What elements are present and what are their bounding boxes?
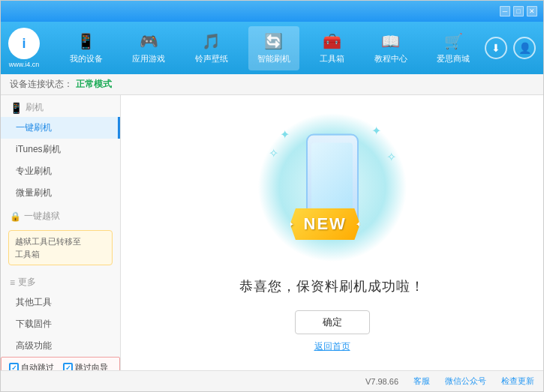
window-controls: ─ □ ✕ — [500, 6, 537, 16]
logo-url: www.i4.cn — [9, 61, 40, 68]
sparkle-3: ✧ — [269, 146, 278, 160]
nav-label-mall: 爱思商城 — [437, 53, 470, 64]
sidebar-item-other-tools[interactable]: 其他工具 — [1, 292, 120, 313]
auto-jump-box[interactable] — [9, 363, 19, 370]
nav-label-tutorial: 教程中心 — [374, 53, 407, 64]
status-bar: 设备连接状态： 正常模式 — [1, 74, 543, 95]
customer-service-link[interactable]: 客服 — [413, 376, 430, 387]
nav-label-apps-games: 应用游戏 — [132, 53, 165, 64]
logo-area: i www.i4.cn — [8, 28, 40, 68]
skip-wizard-box[interactable] — [63, 363, 73, 370]
top-nav: i www.i4.cn 📱 我的设备 🎮 应用游戏 🎵 铃声壁纸 🔄 智能刷机 … — [1, 22, 543, 74]
success-message: 恭喜您，保资料刷机成功啦！ — [239, 277, 425, 295]
title-bar: ─ □ ✕ — [1, 1, 543, 22]
sidebar-item-pro-flash[interactable]: 专业刷机 — [1, 160, 120, 182]
phone-screen — [311, 143, 353, 211]
wechat-link[interactable]: 微信公众号 — [445, 376, 486, 387]
check-update-link[interactable]: 检查更新 — [501, 376, 534, 387]
micro-flash-label: 微量刷机 — [16, 187, 52, 198]
nav-item-apps-games[interactable]: 🎮 应用游戏 — [123, 26, 174, 70]
status-value: 正常模式 — [76, 78, 112, 91]
nav-right-buttons: ⬇ 👤 — [485, 37, 536, 59]
sidebar-item-itunes-flash[interactable]: iTunes刷机 — [1, 139, 120, 160]
user-button[interactable]: 👤 — [513, 37, 536, 59]
tutorial-icon: 📖 — [381, 32, 400, 50]
one-key-flash-label: 一键刷机 — [16, 122, 52, 133]
skip-wizard-checkbox[interactable]: 跳过向导 — [63, 362, 108, 370]
sparkle-1: ✦ — [280, 127, 290, 142]
sidebar-note: 越狱工具已转移至 工具箱 — [8, 230, 113, 265]
nav-item-toolbox[interactable]: 🧰 工具箱 — [311, 26, 353, 70]
sidebar-item-advanced[interactable]: 高级功能 — [1, 335, 120, 357]
other-tools-label: 其他工具 — [16, 297, 52, 307]
sidebar-note-text: 越狱工具已转移至 工具箱 — [15, 237, 81, 259]
pro-flash-label: 专业刷机 — [16, 166, 52, 176]
sidebar-section-flash: 📱 刷机 — [1, 95, 120, 117]
ringtone-icon: 🎵 — [202, 32, 221, 50]
close-button[interactable]: ✕ — [527, 6, 537, 16]
new-badge-text: NEW — [304, 214, 347, 233]
mall-icon: 🛒 — [444, 32, 463, 50]
nav-label-ringtone: 铃声壁纸 — [195, 53, 228, 64]
advanced-label: 高级功能 — [16, 340, 52, 351]
nav-item-my-device[interactable]: 📱 我的设备 — [61, 26, 112, 70]
version-number: V7.98.66 — [365, 377, 398, 386]
nav-items: 📱 我的设备 🎮 应用游戏 🎵 铃声壁纸 🔄 智能刷机 🧰 工具箱 📖 — [55, 26, 485, 70]
nav-label-smart-flash: 智能刷机 — [257, 53, 290, 64]
main-window: ─ □ ✕ i www.i4.cn 📱 我的设备 🎮 应用游戏 🎵 铃声壁纸 — [0, 0, 544, 392]
sparkle-2: ✦ — [371, 124, 381, 138]
download-button[interactable]: ⬇ — [485, 37, 507, 59]
itunes-flash-label: iTunes刷机 — [16, 144, 61, 154]
maximize-button[interactable]: □ — [513, 6, 524, 16]
nav-label-toolbox: 工具箱 — [320, 53, 344, 64]
sparkle-4: ✧ — [386, 150, 396, 164]
minimize-button[interactable]: ─ — [500, 6, 510, 16]
nav-item-smart-flash[interactable]: 🔄 智能刷机 — [248, 26, 299, 70]
flash-section-label: 刷机 — [26, 101, 44, 114]
checkbox-row: 自动跳过 跳过向导 — [1, 357, 120, 370]
footer: V7.98.66 客服 微信公众号 检查更新 — [1, 370, 543, 391]
status-label: 设备连接状态： — [10, 78, 73, 91]
nav-item-mall[interactable]: 🛒 爱思商城 — [428, 26, 479, 70]
more-section-label: 更多 — [18, 276, 36, 289]
sidebar-item-one-key-flash[interactable]: 一键刷机 — [1, 117, 120, 139]
sidebar-item-download-firmware[interactable]: 下载固件 — [1, 313, 120, 335]
home-link[interactable]: 返回首页 — [314, 340, 350, 353]
main-content: 📱 刷机 一键刷机 iTunes刷机 专业刷机 微量刷机 🔒 一键越狱 越狱工具… — [1, 95, 543, 370]
sidebar-section-more: ≡ 更多 — [1, 270, 120, 292]
nav-label-my-device: 我的设备 — [70, 53, 103, 64]
success-illustration: ✦ ✦ ✧ ✧ ✦ NEW ✦ — [257, 112, 407, 262]
sidebar: 📱 刷机 一键刷机 iTunes刷机 专业刷机 微量刷机 🔒 一键越狱 越狱工具… — [1, 95, 121, 370]
flash-section-icon: 📱 — [10, 102, 23, 114]
auto-jump-label: 自动跳过 — [21, 362, 54, 370]
sidebar-locked-section: 🔒 一键越狱 — [1, 204, 120, 226]
smart-flash-icon: 🔄 — [264, 32, 283, 50]
download-firmware-label: 下载固件 — [16, 319, 52, 329]
lock-icon: 🔒 — [10, 211, 21, 222]
nav-item-tutorial[interactable]: 📖 教程中心 — [365, 26, 416, 70]
center-content: ✦ ✦ ✧ ✧ ✦ NEW ✦ 恭喜您，保 — [121, 95, 543, 370]
apps-games-icon: 🎮 — [140, 32, 158, 50]
toolbox-icon: 🧰 — [323, 32, 341, 50]
version-value: 7.98.66 — [371, 377, 398, 386]
auto-jump-checkbox[interactable]: 自动跳过 — [9, 362, 54, 370]
new-badge: ✦ NEW ✦ — [290, 208, 360, 240]
logo-icon: i — [8, 28, 40, 59]
sidebar-item-micro-flash[interactable]: 微量刷机 — [1, 182, 120, 204]
skip-wizard-label: 跳过向导 — [75, 362, 108, 370]
confirm-button[interactable]: 确定 — [295, 310, 370, 334]
nav-item-ringtone[interactable]: 🎵 铃声壁纸 — [186, 26, 237, 70]
more-section-icon: ≡ — [10, 277, 15, 288]
my-device-icon: 📱 — [77, 32, 95, 50]
locked-label: 一键越狱 — [24, 210, 60, 223]
